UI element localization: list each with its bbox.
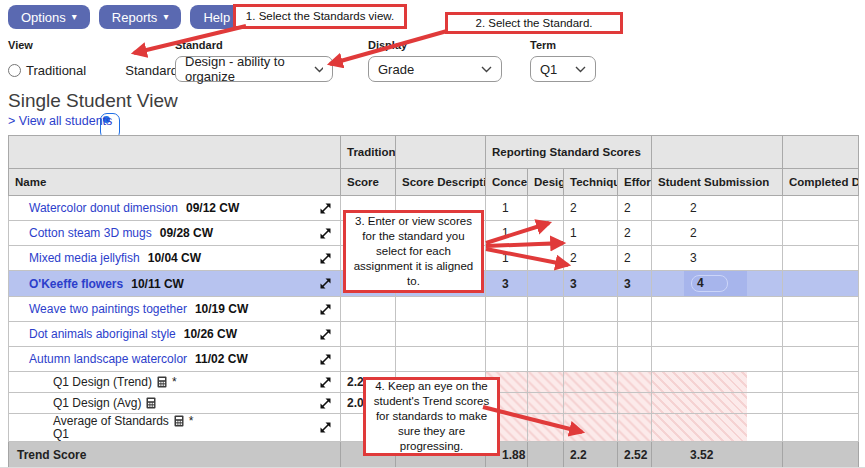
expand-icon[interactable] — [319, 303, 332, 316]
calculator-icon — [146, 397, 156, 409]
effort-score-cell[interactable] — [618, 347, 652, 372]
technique-score-cell — [564, 372, 618, 393]
score-input[interactable]: 4 — [691, 275, 728, 292]
display-select[interactable]: Grade — [368, 56, 502, 82]
completed-date-cell — [783, 347, 859, 372]
expand-icon[interactable] — [319, 252, 332, 265]
concept-score-cell[interactable]: 1 — [486, 246, 528, 271]
design-score-cell[interactable] — [528, 322, 564, 347]
score-column-header: Score — [341, 169, 396, 196]
trend-design-value — [528, 442, 564, 468]
assignment-name-cell: O'Keeffe flowers10/11 CW — [9, 277, 340, 291]
design-score-cell[interactable] — [528, 347, 564, 372]
assignment-link[interactable]: Autumn landscape watercolor — [29, 352, 187, 366]
design-score-cell[interactable] — [528, 297, 564, 322]
concept-score-cell[interactable] — [486, 297, 528, 322]
score-description-cell — [396, 297, 486, 322]
assignment-name-cell: Cotton steam 3D mugs09/28 CW — [9, 226, 340, 240]
effort-score-cell[interactable]: 2 — [618, 221, 652, 246]
assignment-link[interactable]: O'Keeffe flowers — [29, 277, 123, 291]
technique-score-cell[interactable]: 2 — [564, 246, 618, 271]
student-submission-score-cell[interactable] — [652, 322, 783, 347]
assignment-link[interactable]: Mixed media jellyfish — [29, 251, 140, 265]
expand-icon[interactable] — [319, 202, 332, 215]
student-submission-score-cell[interactable]: 3 — [652, 246, 783, 271]
options-button[interactable]: Options ▾ — [8, 5, 90, 29]
expand-icon[interactable] — [319, 227, 332, 240]
student-submission-score-cell[interactable] — [652, 297, 783, 322]
design-score-cell[interactable] — [528, 196, 564, 221]
expand-icon[interactable] — [319, 421, 332, 434]
concept-score-cell[interactable] — [486, 322, 528, 347]
completed-date-cell — [783, 196, 859, 221]
trend-score-label: Trend Score — [9, 442, 341, 468]
design-score-cell[interactable] — [528, 221, 564, 246]
assignment-date: 10/04 CW — [148, 251, 201, 265]
annotation-step-3: 3. Enter or view scores for the standard… — [343, 210, 484, 293]
radio-traditional-label: Traditional — [26, 63, 86, 78]
student-submission-score-cell — [652, 393, 783, 414]
concept-score-cell[interactable]: 3 — [486, 271, 528, 297]
calculator-icon — [157, 376, 167, 388]
annotation-step-2: 2. Select the Standard. — [445, 12, 623, 34]
assignment-name-cell: Watercolor donut dimension09/12 CW — [9, 201, 340, 215]
expand-icon[interactable] — [319, 397, 332, 410]
student-submission-score-cell[interactable]: 2 — [652, 221, 783, 246]
view-all-students-link[interactable]: > View all students — [8, 114, 112, 128]
table-group-header-row: Traditional Reporting Standard Scores — [9, 136, 859, 169]
concept-score-cell[interactable]: 1 — [486, 196, 528, 221]
summary-label-line2: Q1 — [53, 428, 194, 441]
student-submission-score-cell[interactable] — [652, 347, 783, 372]
radio-traditional[interactable]: Traditional — [8, 63, 86, 78]
score-cell[interactable] — [341, 322, 396, 347]
term-select[interactable]: Q1 — [530, 56, 596, 82]
technique-score-cell[interactable]: 3 — [564, 271, 618, 297]
effort-score-cell[interactable] — [618, 322, 652, 347]
concept-score-cell[interactable] — [486, 347, 528, 372]
trend-student-submission-value: 3.52 — [652, 442, 783, 468]
reporting-standards-group-header: Reporting Standard Scores — [486, 136, 652, 169]
design-score-cell — [528, 372, 564, 393]
student-submission-column-header: Student Submission — [652, 169, 783, 196]
empty-header-cell — [9, 136, 341, 169]
radio-standards[interactable]: Standards — [100, 57, 184, 83]
reports-button[interactable]: Reports ▾ — [99, 5, 182, 29]
technique-score-cell[interactable] — [564, 347, 618, 372]
asterisk: * — [172, 375, 177, 389]
technique-score-cell[interactable] — [564, 297, 618, 322]
score-cell[interactable] — [341, 297, 396, 322]
assignment-link[interactable]: Weave two paintings together — [29, 302, 187, 316]
chevron-down-icon — [314, 66, 323, 73]
assignment-link[interactable]: Cotton steam 3D mugs — [29, 226, 152, 240]
expand-icon[interactable] — [319, 353, 332, 366]
design-score-cell[interactable] — [528, 271, 564, 297]
student-submission-score-cell: 4 — [652, 271, 783, 297]
effort-score-cell[interactable] — [618, 297, 652, 322]
design-score-cell[interactable] — [528, 246, 564, 271]
assignment-link[interactable]: Watercolor donut dimension — [29, 201, 178, 215]
standard-select[interactable]: Design - ability to organize — [175, 56, 333, 82]
effort-column-header: Effort — [618, 169, 652, 196]
assignment-link[interactable]: Dot animals aboriginal style — [29, 327, 176, 341]
expand-icon[interactable] — [319, 328, 332, 341]
assignment-name-cell: Mixed media jellyfish10/04 CW — [9, 251, 340, 265]
completed-date-cell — [783, 372, 859, 393]
technique-score-cell[interactable]: 2 — [564, 196, 618, 221]
completed-date-column-header: Completed Date — [783, 169, 859, 196]
expand-icon[interactable] — [319, 376, 332, 389]
technique-score-cell[interactable]: 1 — [564, 221, 618, 246]
summary-label: Q1 Design (Trend) — [53, 375, 152, 389]
concept-score-cell[interactable]: 1 — [486, 221, 528, 246]
effort-score-cell — [618, 393, 652, 414]
effort-score-cell[interactable]: 2 — [618, 246, 652, 271]
score-cell[interactable] — [341, 347, 396, 372]
student-submission-score-cell[interactable]: 2 — [652, 196, 783, 221]
technique-score-cell[interactable] — [564, 322, 618, 347]
effort-score-cell[interactable]: 2 — [618, 196, 652, 221]
toolbar: Options ▾ Reports ▾ Help ▾ — [8, 5, 254, 29]
completed-date-cell — [783, 271, 859, 297]
assignment-date: 09/28 CW — [160, 226, 213, 240]
completed-date-cell — [783, 297, 859, 322]
effort-score-cell[interactable]: 3 — [618, 271, 652, 297]
expand-icon[interactable] — [319, 277, 332, 290]
